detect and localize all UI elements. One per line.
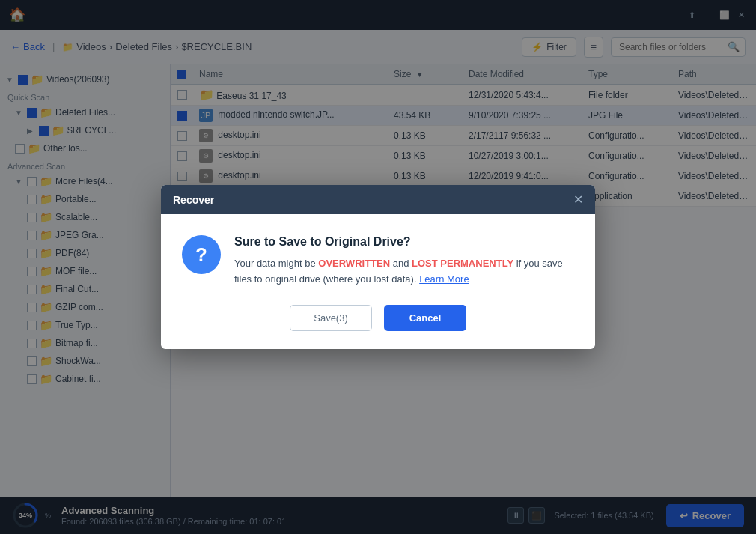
- question-mark-icon: ?: [195, 243, 207, 267]
- overwrite-text: OVERWRITTEN: [318, 258, 390, 269]
- modal-footer: Save(3) Cancel: [161, 305, 595, 349]
- modal-cancel-button[interactable]: Cancel: [384, 305, 466, 331]
- body-prefix: Your data might be: [234, 258, 318, 269]
- modal-question-circle: ?: [182, 235, 221, 274]
- modal-overlay: Recover ✕ ? Sure to Save to Original Dri…: [0, 0, 756, 534]
- modal-heading: Sure to Save to Original Drive?: [234, 235, 574, 249]
- modal-title-bar: Recover ✕: [161, 185, 595, 214]
- modal-body: ? Sure to Save to Original Drive? Your d…: [161, 214, 595, 304]
- body-middle: and: [390, 258, 412, 269]
- modal-window: Recover ✕ ? Sure to Save to Original Dri…: [161, 185, 595, 348]
- modal-content: Sure to Save to Original Drive? Your dat…: [234, 235, 574, 286]
- modal-close-button[interactable]: ✕: [573, 192, 583, 207]
- modal-body-text: Your data might be OVERWRITTEN and LOST …: [234, 256, 574, 286]
- lost-text: LOST PERMANENTLY: [412, 258, 513, 269]
- modal-title: Recover: [173, 194, 214, 206]
- modal-save-button[interactable]: Save(3): [290, 305, 372, 331]
- learn-more-link[interactable]: Learn More: [419, 273, 469, 285]
